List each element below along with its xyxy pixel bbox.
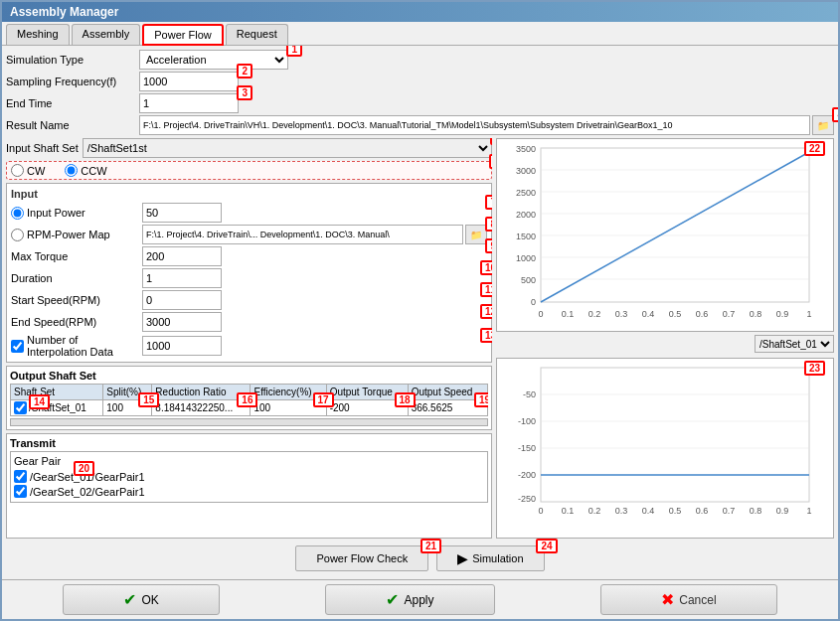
end-time-row: End Time 3: [6, 93, 834, 113]
badge-23: 23: [804, 361, 825, 376]
duration-input[interactable]: [142, 268, 222, 288]
sampling-freq-row: Sampling Frequency(f) 1000 2: [6, 72, 834, 91]
output-table-row: /ShaftSet_01 14 100 15 8.18414322250..: [11, 400, 488, 416]
interp-checkbox-label[interactable]: Number of Interpolation Data: [11, 334, 140, 358]
svg-text:2000: 2000: [516, 210, 536, 220]
badge-6: 6: [489, 154, 492, 169]
simulation-button[interactable]: ▶ Simulation 24: [436, 545, 544, 571]
simulation-type-select[interactable]: Acceleration: [139, 50, 288, 70]
cancel-icon: ✖: [661, 590, 674, 609]
svg-text:0.6: 0.6: [696, 309, 709, 319]
result-name-row: Result Name 📁 4: [6, 115, 834, 135]
gear-pair-1-checkbox[interactable]: [14, 470, 27, 483]
badge-24: 24: [536, 539, 557, 553]
main-content: Simulation Type Acceleration 1 Sampling …: [2, 46, 838, 579]
cancel-button[interactable]: ✖ Cancel: [600, 584, 776, 615]
svg-text:0.3: 0.3: [615, 309, 628, 319]
svg-text:0: 0: [538, 506, 543, 516]
svg-text:1000: 1000: [516, 253, 536, 263]
svg-text:0.2: 0.2: [588, 506, 601, 516]
output-table-scroll[interactable]: Shaft Set Split(%) Reduction Ratio Effic…: [10, 384, 488, 416]
badge-8: 8: [485, 217, 492, 232]
result-name-label: Result Name: [6, 119, 135, 131]
output-shaft-chart-select[interactable]: /ShaftSet_01: [755, 335, 834, 353]
input-grid: Input Power 7 RPM-Power Map: [11, 203, 487, 358]
transmit-title: Transmit: [10, 437, 488, 449]
tab-request[interactable]: Request: [226, 24, 288, 45]
start-speed-input[interactable]: [142, 290, 222, 310]
input-power-radio-label[interactable]: Input Power: [11, 207, 140, 220]
transmit-section: Transmit Gear Pair /GearSet_01/GearPair1…: [6, 433, 492, 539]
ok-icon: ✔: [123, 590, 136, 609]
interp-input[interactable]: [142, 336, 222, 356]
simulation-icon: ▶: [457, 550, 468, 566]
svg-text:0.5: 0.5: [669, 506, 682, 516]
max-torque-input[interactable]: [142, 246, 222, 266]
input-power-input[interactable]: [142, 203, 222, 223]
badge-2: 2: [237, 64, 252, 78]
badge-15: 15: [138, 392, 159, 407]
input-shaft-label: Input Shaft Set: [6, 142, 79, 154]
rpm-power-input[interactable]: [142, 225, 463, 244]
svg-text:0.8: 0.8: [750, 506, 762, 516]
output-table: Shaft Set Split(%) Reduction Ratio Effic…: [10, 384, 488, 416]
gear-pair-item-1: /GearSet_01/GearPair1 20: [14, 469, 484, 484]
row-checkbox[interactable]: [14, 401, 27, 414]
svg-text:1500: 1500: [516, 232, 536, 241]
svg-text:0.3: 0.3: [615, 506, 628, 516]
svg-text:-100: -100: [518, 416, 536, 426]
svg-text:-250: -250: [518, 494, 536, 504]
badge-19: 19: [474, 392, 488, 407]
ok-button[interactable]: ✔ OK: [63, 584, 219, 615]
badge-13: 13: [480, 328, 492, 343]
badge-10: 10: [480, 260, 492, 275]
bottom-chart-container: -50 -100 -150 -200 -250 0 0.1 0.2 0.3 0.…: [496, 358, 834, 539]
gear-pair-2-checkbox[interactable]: [14, 485, 27, 498]
tab-powerflow[interactable]: Power Flow: [142, 24, 223, 46]
interp-checkbox[interactable]: [11, 340, 24, 353]
svg-text:2500: 2500: [516, 188, 536, 198]
badge-20: 20: [74, 461, 94, 476]
svg-text:-200: -200: [518, 470, 536, 480]
cw-radio[interactable]: [11, 164, 24, 177]
svg-text:0.7: 0.7: [723, 506, 736, 516]
tab-meshing[interactable]: Meshing: [6, 24, 70, 45]
rpm-power-radio[interactable]: [11, 229, 24, 241]
ccw-radio[interactable]: [65, 164, 78, 177]
sampling-freq-input[interactable]: 1000: [139, 72, 239, 91]
end-time-input[interactable]: [139, 93, 239, 113]
rpm-power-radio-label[interactable]: RPM-Power Map: [11, 229, 140, 241]
tab-assembly[interactable]: Assembly: [72, 24, 141, 45]
result-name-input[interactable]: [139, 115, 810, 135]
end-time-label: End Time: [6, 97, 135, 109]
output-shaft-section: Output Shaft Set Shaft Set Split(%) Redu…: [6, 366, 492, 430]
input-power-radio[interactable]: [11, 207, 24, 220]
result-name-browse-button[interactable]: 📁: [812, 115, 834, 135]
power-flow-check-button[interactable]: Power Flow Check 21: [295, 545, 428, 571]
apply-button[interactable]: ✔ Apply: [325, 584, 494, 615]
ccw-radio-label[interactable]: CCW: [65, 164, 106, 177]
cw-radio-label[interactable]: CW: [11, 164, 45, 177]
input-section-title: Input: [11, 188, 487, 200]
svg-text:0.4: 0.4: [642, 309, 655, 319]
svg-text:0.1: 0.1: [562, 309, 575, 319]
output-table-scrollbar[interactable]: [10, 418, 488, 426]
svg-rect-28: [541, 368, 809, 502]
transmit-inner: Gear Pair /GearSet_01/GearPair1 20 /Gear…: [10, 451, 488, 503]
main-window: Assembly Manager Meshing Assembly Power …: [0, 0, 840, 621]
top-chart-container: 3500 3000 2500 2000 1500 1000 500 0 0 0.…: [496, 138, 834, 332]
svg-text:0.1: 0.1: [562, 506, 575, 516]
simulation-type-row: Simulation Type Acceleration 1: [6, 50, 834, 70]
badge-21: 21: [420, 539, 441, 553]
badge-22: 22: [804, 141, 825, 156]
svg-text:0: 0: [531, 297, 536, 307]
svg-text:0: 0: [538, 309, 543, 319]
top-form: Simulation Type Acceleration 1 Sampling …: [6, 50, 834, 135]
end-speed-input[interactable]: [142, 312, 222, 332]
svg-text:1: 1: [806, 309, 811, 319]
badge-18: 18: [395, 392, 416, 407]
rpm-power-browse-button[interactable]: 📁: [465, 225, 487, 244]
input-shaft-select[interactable]: /ShaftSet1st: [83, 138, 492, 158]
title-bar: Assembly Manager: [2, 2, 838, 22]
footer-buttons: ✔ OK ✔ Apply ✖ Cancel: [2, 579, 838, 619]
